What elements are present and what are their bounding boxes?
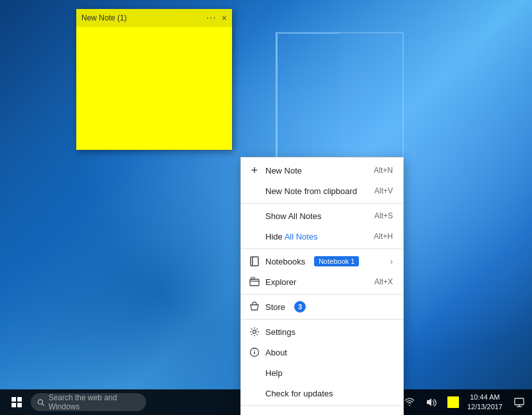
help-label: Help (265, 368, 283, 378)
clock[interactable]: 10:44 AM 12/13/2017 (467, 393, 503, 412)
menu-item-check-updates[interactable]: Check for updates (241, 383, 403, 403)
notebooks-arrow: › (390, 256, 393, 266)
speaker-icon (426, 398, 436, 407)
plus-icon: + (249, 165, 260, 176)
notebooks-label: Notebooks (265, 257, 305, 266)
sticky-note-body[interactable] (76, 27, 232, 150)
notebook-icon (249, 256, 260, 267)
menu-item-store[interactable]: Store 3 (241, 297, 403, 317)
new-note-label: New Note (265, 166, 302, 175)
svg-line-9 (42, 403, 44, 405)
sticky-notes-taskbar-button[interactable] (444, 393, 462, 411)
divider-4 (241, 319, 403, 320)
explorer-icon (249, 276, 260, 288)
search-placeholder: Search the web and Windows (49, 393, 140, 411)
taskbar-search[interactable]: Search the web and Windows (31, 393, 146, 411)
action-center-button[interactable] (510, 393, 528, 411)
menu-item-new-note-clipboard[interactable]: New Note from clipboard Alt+V (241, 181, 403, 201)
help-icon (249, 367, 260, 378)
desktop: New Note (1) ··· × + New Note Alt+N New … (0, 0, 532, 415)
check-updates-label: Check for updates (265, 389, 333, 398)
menu-item-about[interactable]: About (241, 342, 403, 362)
explorer-shortcut: Alt+X (374, 277, 393, 286)
sticky-taskbar-icon (447, 396, 459, 408)
svg-point-8 (38, 400, 42, 404)
settings-label: Settings (265, 327, 295, 337)
divider-2 (241, 248, 403, 249)
clipboard-shortcut: Alt+V (374, 186, 393, 195)
show-icon (249, 210, 260, 222)
clock-time: 10:44 AM (470, 393, 499, 402)
wifi-signal-icon (404, 398, 415, 407)
hide-all-label: Hide All Notes (265, 232, 318, 241)
settings-icon (249, 326, 260, 338)
svg-rect-0 (251, 257, 258, 266)
show-all-label: Show All Notes (265, 211, 321, 221)
windows-logo-icon (12, 397, 22, 407)
menu-item-new-note[interactable]: + New Note Alt+N (241, 160, 403, 181)
svg-rect-2 (250, 279, 259, 286)
search-icon (37, 398, 45, 407)
store-label: Store (265, 302, 285, 312)
store-badge: 3 (294, 301, 306, 313)
exit-icon (249, 412, 260, 415)
svg-point-7 (254, 350, 255, 351)
sticky-note-titlebar: New Note (1) ··· × (76, 9, 232, 27)
action-center-icon (514, 397, 524, 407)
hide-all-shortcut: Alt+H (374, 232, 393, 241)
divider-1 (241, 203, 403, 204)
menu-item-settings[interactable]: Settings (241, 321, 403, 342)
store-icon (249, 301, 260, 313)
clock-date: 12/13/2017 (467, 402, 503, 412)
svg-rect-3 (251, 277, 254, 279)
svg-marker-10 (427, 398, 431, 406)
menu-item-hide-all[interactable]: Hide All Notes Alt+H (241, 226, 403, 247)
sticky-note-controls: ··· × (206, 12, 227, 24)
about-icon (249, 346, 260, 358)
explorer-label: Explorer (265, 277, 296, 287)
context-menu: + New Note Alt+N New Note from clipboard… (240, 157, 404, 415)
menu-item-explorer[interactable]: Explorer Alt+X (241, 272, 403, 292)
menu-item-show-all[interactable]: Show All Notes Alt+S (241, 206, 403, 226)
hide-icon (249, 231, 260, 242)
sticky-dots-button[interactable]: ··· (206, 12, 216, 24)
notebook-badge: Notebook 1 (314, 256, 359, 266)
volume-icon[interactable] (422, 393, 440, 411)
sticky-note[interactable]: New Note (1) ··· × (76, 9, 232, 150)
svg-point-4 (253, 330, 256, 334)
svg-rect-11 (515, 398, 524, 405)
hide-all-highlight: All Notes (285, 232, 318, 241)
divider-3 (241, 294, 403, 295)
show-all-shortcut: Alt+S (374, 211, 393, 220)
menu-item-notebooks[interactable]: Notebooks Notebook 1 › (241, 251, 403, 272)
sticky-close-button[interactable]: × (222, 13, 227, 23)
sticky-note-title: New Note (1) (81, 13, 127, 22)
windows-button[interactable] (4, 389, 29, 415)
about-label: About (265, 348, 287, 357)
taskbar-left: Search the web and Windows (4, 389, 146, 415)
clipboard-icon (249, 185, 260, 197)
menu-item-help[interactable]: Help (241, 362, 403, 383)
new-note-shortcut: Alt+N (374, 166, 393, 175)
divider-5 (241, 405, 403, 406)
menu-item-exit[interactable]: Exit (241, 408, 403, 415)
updates-icon (249, 387, 260, 399)
new-note-clipboard-label: New Note from clipboard (265, 186, 357, 196)
